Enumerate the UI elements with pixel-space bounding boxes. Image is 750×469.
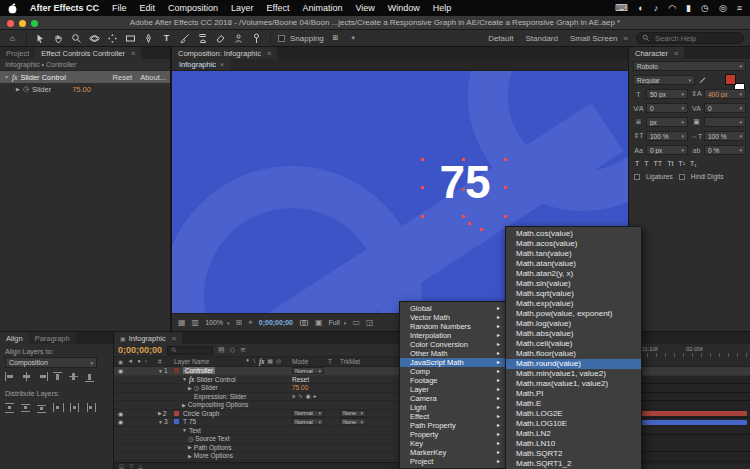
eye-icon[interactable]: ◉	[118, 418, 123, 425]
menu-item[interactable]: JavaScript Math	[400, 358, 505, 367]
submenu-item[interactable]: Math.LOG10E	[506, 419, 641, 429]
menu-item[interactable]: Interpolation	[400, 331, 505, 340]
property-name[interactable]: Slider	[32, 85, 51, 94]
timeline-search-box[interactable]	[167, 346, 213, 355]
tab-paragraph[interactable]: Paragraph	[29, 332, 76, 344]
submenu-item[interactable]: Math.log(value)	[506, 319, 641, 329]
twirl-right-icon[interactable]: ▶	[188, 385, 192, 391]
tab-effect-controls[interactable]: Effect Controls Controller ≡	[35, 47, 141, 59]
layer-color-chip[interactable]	[174, 368, 179, 373]
twirl-down-icon[interactable]: ▼	[182, 427, 187, 433]
distribute-bottom-button[interactable]	[37, 403, 48, 413]
layer-name[interactable]: 75	[189, 418, 196, 425]
distribute-vertical-center-button[interactable]	[21, 403, 32, 413]
all-caps-button[interactable]: TT	[654, 160, 663, 167]
menubar-item[interactable]: View	[355, 3, 374, 13]
faux-bold-button[interactable]: T	[635, 160, 639, 167]
lock-column-icon[interactable]: ▫	[145, 358, 147, 365]
magnification-icon[interactable]: ▥	[192, 318, 200, 327]
effect-row[interactable]: ▼ fx Slider Control Reset About...	[0, 71, 170, 83]
align-right-button[interactable]	[37, 372, 48, 382]
submenu-item[interactable]: Math.ceil(value)	[506, 339, 641, 349]
help-search-box[interactable]	[636, 32, 744, 44]
video-column-icon[interactable]: ◉	[118, 358, 123, 365]
expression-pick-whip-icon[interactable]: ◉	[306, 393, 311, 399]
clone-stamp-tool[interactable]	[196, 32, 209, 45]
menu-item[interactable]: Global	[400, 304, 505, 313]
audio-column-icon[interactable]: ◄	[127, 358, 133, 365]
anchor-point[interactable]	[462, 188, 465, 191]
volume-icon[interactable]: ♪	[654, 3, 659, 13]
reset-button[interactable]: Reset	[292, 376, 309, 383]
always-preview-icon[interactable]: ▦	[178, 318, 186, 327]
region-of-interest-icon[interactable]: ▭	[352, 318, 360, 327]
submenu-item[interactable]: Math.floor(value)	[506, 349, 641, 359]
comp-mini-flowchart-icon[interactable]: ▤	[218, 346, 225, 354]
small-caps-button[interactable]: Tt	[667, 160, 673, 167]
panel-menu-icon[interactable]: ≡	[172, 335, 176, 342]
kerning-select[interactable]: 0▾	[646, 103, 688, 113]
ligatures-checkbox[interactable]	[634, 174, 640, 180]
subscript-button[interactable]: T₁	[690, 160, 697, 167]
stopwatch-icon[interactable]: ◷	[188, 435, 193, 442]
distribute-left-button[interactable]	[53, 403, 64, 413]
submenu-item[interactable]: Math.acos(value)	[506, 239, 641, 249]
panel-menu-icon[interactable]: ≡	[267, 50, 271, 57]
menu-item[interactable]: Vector Math	[400, 313, 505, 322]
battery-icon[interactable]: ▮	[686, 3, 691, 13]
stroke-style-select[interactable]: ▾	[704, 117, 746, 127]
search-input[interactable]	[653, 33, 743, 44]
zoom-tool[interactable]	[70, 32, 83, 45]
workspace-overflow-icon[interactable]: »	[624, 34, 628, 43]
submenu-item[interactable]: Math.round(value)	[506, 359, 641, 369]
submenu-item[interactable]: Math.pow(value, exponent)	[506, 309, 641, 319]
submenu-item[interactable]: Math.atan(value)	[506, 259, 641, 269]
twirl-right-icon[interactable]: ▶	[16, 86, 20, 92]
baseline-shift-select[interactable]: 0 px▾	[646, 145, 688, 155]
pen-tool[interactable]	[142, 32, 155, 45]
blend-mode-select[interactable]: Normal▾	[292, 410, 324, 417]
layer-name[interactable]: Circle Graph	[183, 410, 219, 417]
selection-bounds[interactable]	[422, 159, 506, 217]
pan-behind-tool[interactable]	[106, 32, 119, 45]
property-value[interactable]: 75.00	[292, 384, 308, 391]
twirl-down-icon[interactable]: ▼	[158, 419, 163, 425]
column-t[interactable]: T	[328, 358, 340, 365]
close-icon[interactable]: ×	[220, 61, 224, 68]
leading-select[interactable]: 400 px▾	[704, 89, 746, 99]
submenu-item[interactable]: Math.min(value1, value2)	[506, 369, 641, 379]
submenu-item[interactable]: Math.LOG2E	[506, 409, 641, 419]
horizontal-scale-select[interactable]: 100 %▾	[704, 131, 746, 141]
submenu-item[interactable]: Math.max(value1, value2)	[506, 379, 641, 389]
column-mode[interactable]: Mode	[292, 358, 328, 365]
home-icon[interactable]: ⌂	[6, 32, 19, 45]
effect-column-icon[interactable]: ◎	[276, 357, 281, 366]
selection-handle[interactable]	[421, 186, 424, 189]
distribute-top-button[interactable]	[5, 403, 16, 413]
collapse-column-icon[interactable]: ∖	[252, 357, 256, 366]
apple-menu-icon[interactable]	[8, 3, 17, 14]
menu-item[interactable]: Light	[400, 403, 505, 412]
track-matte-select[interactable]: None▾	[340, 410, 366, 417]
channels-icon[interactable]: ▣	[315, 318, 323, 327]
tab-character[interactable]: Character ≡	[629, 47, 684, 59]
track-matte-select[interactable]: None▾	[340, 418, 366, 425]
fill-color-swatch[interactable]	[725, 74, 736, 85]
menu-item[interactable]: MarkerKey	[400, 448, 505, 457]
motion-blur-icon[interactable]: ≋	[240, 346, 246, 354]
menu-item[interactable]: Property	[400, 430, 505, 439]
stroke-width-select[interactable]: px▾	[646, 117, 688, 127]
eye-icon[interactable]: ◉	[118, 367, 123, 374]
selection-handle[interactable]	[504, 186, 507, 189]
effect-name[interactable]: Slider Control	[20, 73, 65, 82]
orbit-camera-tool[interactable]	[88, 32, 101, 45]
font-style-select[interactable]: Regular▾	[633, 75, 695, 85]
wifi-icon[interactable]: ◠	[668, 3, 676, 13]
menu-item[interactable]: Color Conversion	[400, 340, 505, 349]
selection-handle[interactable]	[421, 158, 424, 161]
submenu-item[interactable]: Math.SQRT1_2	[506, 459, 641, 469]
minimize-window-button[interactable]	[19, 20, 26, 27]
zoom-out-icon[interactable]: ▽	[129, 463, 133, 469]
property-value[interactable]: 75.00	[72, 85, 91, 94]
keyboard-icon[interactable]: ⌨	[615, 3, 628, 13]
